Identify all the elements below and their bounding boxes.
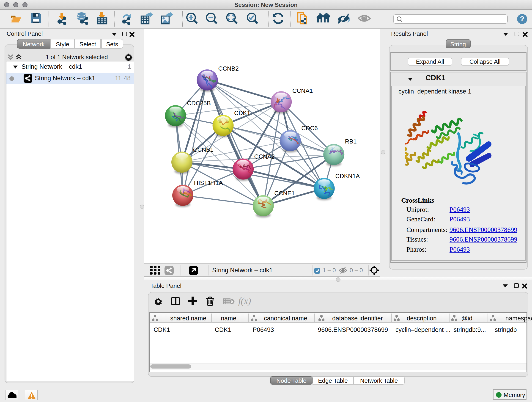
svg-text:?: ? <box>520 15 525 23</box>
svg-text:HIST1H1A: HIST1H1A <box>194 179 223 186</box>
svg-text:CCNB2: CCNB2 <box>218 65 239 72</box>
svg-text:CCNA1: CCNA1 <box>292 87 313 94</box>
svg-text:CDKN1A: CDKN1A <box>335 172 360 179</box>
svg-text:CDC6: CDC6 <box>301 125 318 132</box>
svg-text:CDC25B: CDC25B <box>187 100 211 107</box>
svg-text:CCNA2: CCNA2 <box>254 153 275 160</box>
svg-text:CCNB1: CCNB1 <box>193 146 213 153</box>
svg-text:CCNE1: CCNE1 <box>274 190 295 197</box>
svg-text:RB1: RB1 <box>345 138 356 145</box>
svg-text:CDK1: CDK1 <box>234 109 250 116</box>
